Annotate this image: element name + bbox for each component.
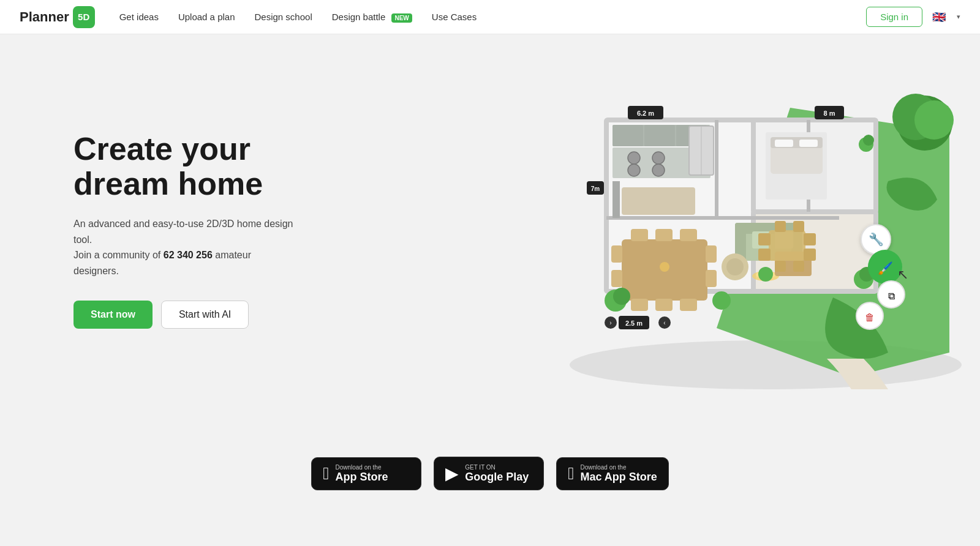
start-with-ai-button[interactable]: Start with AI <box>161 301 249 329</box>
svg-rect-24 <box>631 229 648 241</box>
nav-links: Get ideas Upload a plan Design school De… <box>119 12 866 22</box>
nav-right: Sign in 🇬🇧 ▾ <box>866 7 960 27</box>
mac-apple-icon:  <box>568 464 574 484</box>
mac-app-store-badge[interactable]:  Download on the Mac App Store <box>556 457 669 490</box>
svg-text:🔧: 🔧 <box>869 232 884 247</box>
svg-text:2.5 m: 2.5 m <box>625 320 643 327</box>
hero-content: Create your dream home An advanced and e… <box>0 83 343 378</box>
logo-link[interactable]: Planner 5D <box>20 6 95 28</box>
svg-point-45 <box>726 258 744 275</box>
hero-image: 6.2 m 8 m 7m 2.5 m › ‹ 🔧 <box>514 34 980 426</box>
google-play-text: GET IT ON Google Play <box>465 464 529 484</box>
svg-point-18 <box>652 164 665 176</box>
language-chevron[interactable]: ▾ <box>957 13 960 21</box>
google-play-label: GET IT ON <box>465 464 529 471</box>
svg-point-16 <box>652 152 665 164</box>
store-section:  Download on the App Store ▶ GET IT ON … <box>0 426 980 521</box>
svg-rect-32 <box>706 245 717 263</box>
svg-rect-28 <box>655 299 673 311</box>
hero-description: An advanced and easy-to-use 2D/3D home d… <box>74 216 294 279</box>
svg-rect-53 <box>799 140 818 147</box>
svg-rect-52 <box>775 140 793 147</box>
svg-point-37 <box>712 291 731 310</box>
svg-text:6.2 m: 6.2 m <box>637 110 654 117</box>
mac-store-label: Download on the <box>580 464 657 471</box>
google-play-icon: ▶ <box>445 463 459 484</box>
svg-text:›: › <box>609 320 611 326</box>
svg-rect-26 <box>680 229 697 241</box>
new-badge: NEW <box>391 13 412 23</box>
svg-rect-29 <box>680 299 697 311</box>
app-store-badge[interactable]:  Download on the App Store <box>311 457 421 490</box>
start-now-button[interactable]: Start now <box>74 301 153 329</box>
app-store-label: Download on the <box>335 464 388 471</box>
svg-point-17 <box>628 164 640 176</box>
svg-text:7m: 7m <box>591 185 600 192</box>
svg-text:🗑: 🗑 <box>865 312 875 323</box>
svg-text:8 m: 8 m <box>824 110 835 117</box>
sign-in-button[interactable]: Sign in <box>866 7 922 27</box>
svg-rect-59 <box>804 233 816 245</box>
svg-rect-11 <box>612 125 643 146</box>
svg-text:‹: ‹ <box>663 320 665 326</box>
svg-rect-27 <box>631 299 648 311</box>
logo-icon: 5D <box>73 6 95 28</box>
svg-point-15 <box>628 152 640 164</box>
mac-store-text: Download on the Mac App Store <box>580 464 657 484</box>
svg-point-65 <box>758 267 773 282</box>
svg-rect-58 <box>758 249 771 261</box>
hero-section: Create your dream home An advanced and e… <box>0 34 980 426</box>
google-play-badge[interactable]: ▶ GET IT ON Google Play <box>434 457 544 490</box>
hero-buttons: Start now Start with AI <box>74 301 294 329</box>
svg-rect-60 <box>804 249 816 261</box>
svg-text:🖌️: 🖌️ <box>878 261 893 275</box>
svg-rect-56 <box>769 230 805 261</box>
svg-rect-33 <box>706 270 717 287</box>
svg-rect-61 <box>775 221 786 232</box>
user-count: 62 340 256 <box>164 250 213 260</box>
app-store-text: Download on the App Store <box>335 464 388 484</box>
svg-rect-25 <box>655 229 673 241</box>
svg-rect-30 <box>611 245 622 263</box>
svg-rect-31 <box>611 270 622 287</box>
bottom-section: Home Design Made Easy <box>0 521 980 546</box>
svg-text:⧉: ⧉ <box>888 291 895 301</box>
language-flag: 🇬🇧 <box>932 10 946 24</box>
svg-point-3 <box>914 100 954 140</box>
apple-icon:  <box>323 464 329 484</box>
svg-rect-63 <box>775 261 786 272</box>
nav-get-ideas[interactable]: Get ideas <box>119 12 159 22</box>
svg-rect-20 <box>612 181 620 218</box>
hero-title: Create your dream home <box>74 132 294 201</box>
nav-use-cases[interactable]: Use Cases <box>432 12 477 22</box>
svg-rect-19 <box>622 187 695 215</box>
navbar: Planner 5D Get ideas Upload a plan Desig… <box>0 0 980 34</box>
svg-rect-64 <box>793 261 804 272</box>
nav-design-school[interactable]: Design school <box>255 12 312 22</box>
svg-point-36 <box>613 288 630 305</box>
mac-store-name: Mac App Store <box>580 471 657 484</box>
google-play-name: Google Play <box>465 471 529 484</box>
nav-upload-plan[interactable]: Upload a plan <box>178 12 235 22</box>
floor-plan: 6.2 m 8 m 7m 2.5 m › ‹ 🔧 <box>533 59 974 402</box>
svg-text:↖: ↖ <box>897 267 908 282</box>
svg-rect-57 <box>758 233 771 245</box>
logo-text: Planner <box>20 9 69 25</box>
svg-rect-62 <box>793 221 804 232</box>
svg-point-34 <box>660 262 669 272</box>
nav-design-battle[interactable]: Design battle NEW <box>332 12 412 22</box>
app-store-name: App Store <box>335 471 388 484</box>
svg-point-55 <box>863 135 874 146</box>
svg-rect-12 <box>644 125 675 146</box>
